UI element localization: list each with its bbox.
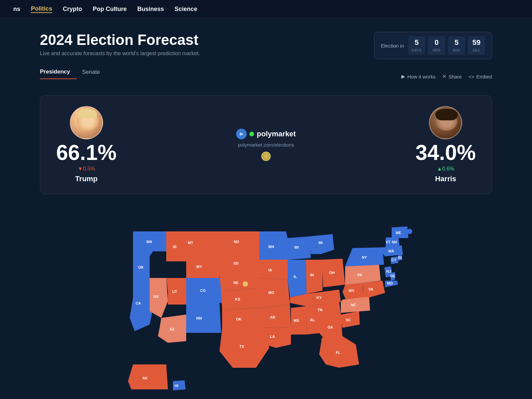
countdown-days-value: 5 (411, 38, 422, 47)
state-VT[interactable] (386, 237, 392, 248)
embed-link[interactable]: <> Embed (468, 74, 492, 79)
countdown-min-label: MIN (453, 49, 460, 52)
main-content: 2024 Election Forecast Live and accurate… (0, 19, 532, 399)
nav-item-business[interactable]: Business (137, 6, 164, 13)
header-row: 2024 Election Forecast Live and accurate… (40, 32, 492, 59)
forecast-card: 66.1% ▼0.5% Trump ⊳ polymarket polymarke… (40, 95, 492, 194)
countdown-sec: 59 SEC (468, 36, 485, 55)
countdown-hrs-label: HRS (433, 49, 441, 52)
nav-item-ns[interactable]: ns (13, 6, 20, 13)
harris-candidate: 34.0% ▲0.6% Harris (416, 106, 476, 183)
countdown-label: Election in (381, 43, 404, 49)
state-WY[interactable] (186, 255, 219, 278)
coin-icon (261, 152, 271, 161)
countdown-box: Election in 5 DAYS 0 HRS 5 MIN 59 SEC (374, 32, 492, 59)
countdown-sec-label: SEC (472, 49, 480, 52)
state-NM[interactable] (186, 303, 221, 333)
state-OR[interactable] (133, 256, 150, 278)
nav-item-science[interactable]: Science (175, 6, 197, 13)
trump-candidate: 66.1% ▼0.5% Trump (56, 106, 116, 183)
state-IL[interactable] (288, 260, 307, 297)
countdown-hrs: 0 HRS (428, 36, 445, 55)
title-block: 2024 Election Forecast Live and accurate… (40, 32, 200, 57)
harris-avatar (429, 106, 462, 139)
x-icon: ✕ (442, 73, 447, 79)
countdown-units: 5 DAYS 0 HRS 5 MIN 59 SEC (408, 36, 485, 55)
countdown-hrs-value: 0 (431, 38, 442, 47)
harris-change: ▲0.6% (437, 166, 454, 172)
state-NH[interactable] (392, 237, 400, 247)
tab-senate[interactable]: Senate (82, 66, 107, 79)
state-AZ[interactable] (158, 315, 186, 343)
svg-point-52 (243, 281, 248, 287)
state-CO[interactable] (186, 278, 226, 303)
page-subtitle: Live and accurate forecasts by the world… (40, 51, 200, 57)
state-RI[interactable] (398, 255, 402, 261)
svg-point-49 (407, 229, 412, 234)
brand-logo: ⊳ polymarket (236, 129, 296, 139)
state-CT[interactable] (391, 256, 398, 264)
state-AR[interactable] (261, 305, 291, 328)
countdown-min: 5 MIN (448, 36, 465, 55)
state-KS[interactable] (221, 288, 261, 310)
state-WI[interactable] (288, 236, 311, 260)
state-MO[interactable] (259, 278, 290, 308)
state-MS[interactable] (291, 306, 307, 334)
state-LA[interactable] (261, 327, 291, 348)
brand-name: polymarket (257, 130, 296, 138)
countdown-days-label: DAYS (412, 49, 422, 52)
tab-presidency[interactable]: Presidency (40, 66, 77, 79)
us-map-container: WA OR CA ID NV MT WY UT AZ (40, 205, 492, 399)
center-brand: ⊳ polymarket polymarket.com/elections (236, 129, 296, 161)
countdown-sec-value: 59 (471, 38, 482, 47)
tabs-action-row: Presidency Senate ▶ How it works ✕ Share… (40, 66, 492, 87)
brand-url: polymarket.com/elections (238, 142, 294, 148)
nav-item-pop-culture[interactable]: Pop Culture (93, 6, 127, 13)
nav-item-crypto[interactable]: Crypto (63, 6, 82, 13)
nav-item-politics[interactable]: Politics (31, 5, 52, 13)
state-ME[interactable] (392, 226, 408, 238)
state-OH[interactable] (323, 259, 345, 287)
trump-avatar (70, 106, 103, 139)
state-ND[interactable] (219, 231, 259, 251)
trump-name: Trump (75, 175, 97, 183)
state-WV[interactable] (342, 283, 363, 300)
live-dot (249, 132, 254, 136)
code-icon: <> (468, 74, 474, 79)
state-DE[interactable] (391, 272, 395, 281)
state-SD[interactable] (219, 251, 259, 275)
state-UT[interactable] (166, 278, 186, 305)
page-title: 2024 Election Forecast (40, 32, 200, 48)
tabs: Presidency Senate (40, 66, 112, 79)
state-AK[interactable] (128, 364, 168, 389)
polymarket-icon: ⊳ (236, 129, 247, 139)
state-OK[interactable] (222, 308, 263, 328)
share-link[interactable]: ✕ Share (442, 73, 462, 79)
countdown-min-value: 5 (451, 38, 462, 47)
play-icon: ▶ (401, 73, 405, 79)
trump-change: ▼0.5% (78, 166, 95, 172)
harris-pct: 34.0% (416, 142, 476, 163)
countdown-days: 5 DAYS (408, 36, 425, 55)
action-links: ▶ How it works ✕ Share <> Embed (401, 73, 492, 79)
navigation: ns Politics Crypto Pop Culture Business … (0, 0, 532, 19)
us-map-svg: WA OR CA ID NV MT WY UT AZ (40, 205, 492, 399)
state-IA[interactable] (259, 260, 288, 280)
state-HI[interactable] (173, 380, 186, 390)
state-IN[interactable] (306, 260, 323, 294)
trump-pct: 66.1% (56, 142, 116, 163)
harris-name: Harris (435, 175, 456, 183)
state-MN[interactable] (259, 231, 288, 260)
how-it-works-link[interactable]: ▶ How it works (401, 73, 436, 79)
